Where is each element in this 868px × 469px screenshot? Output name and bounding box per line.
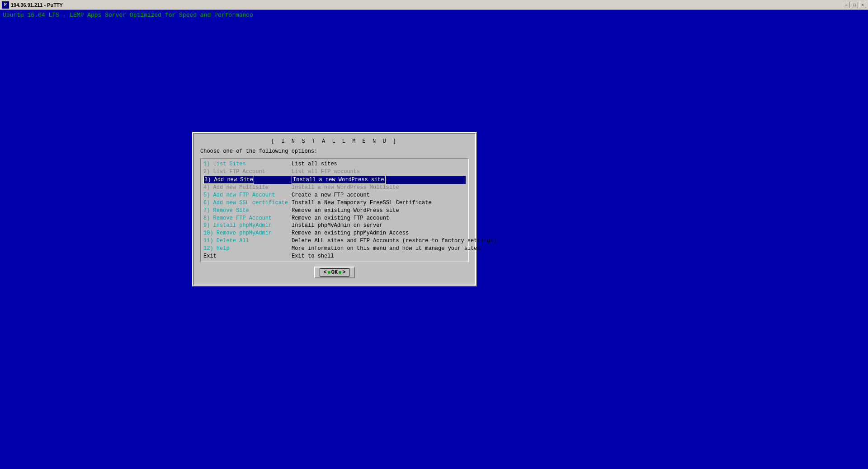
menu-item-1-desc: List all sites bbox=[292, 160, 466, 168]
menu-item-8-desc: Remove an existing FTP account bbox=[292, 215, 466, 222]
window-controls: − □ × bbox=[843, 2, 866, 8]
menu-item-6-label: 6) Add new SSL certificate bbox=[203, 199, 292, 207]
menu-item-2-desc: List all FTP accounts bbox=[292, 168, 466, 176]
title-bar: P 194.36.91.211 - PuTTY − □ × bbox=[0, 0, 868, 10]
ok-label: OK bbox=[331, 269, 338, 276]
menu-item-9[interactable]: 9) Install phpMyAdmin Install phpMyAdmin… bbox=[203, 222, 466, 230]
menu-item-2[interactable]: 2) List FTP Account List all FTP account… bbox=[203, 168, 466, 176]
menu-item-12-label: 12) Help bbox=[203, 245, 292, 253]
menu-item-5-desc: Create a new FTP account bbox=[292, 192, 466, 199]
menu-item-6-desc: Install a New Temporary FreeSSL Certific… bbox=[292, 199, 466, 207]
dialog-footer: < OK > bbox=[200, 267, 469, 278]
menu-item-9-desc: Install phpMyAdmin on server bbox=[292, 222, 466, 230]
menu-item-10-desc: Remove an existing phpMyAdmin Access bbox=[292, 230, 466, 237]
menu-item-exit-label: Exit bbox=[203, 253, 292, 260]
menu-item-3-desc-highlight: Install a new WordPress site bbox=[292, 176, 386, 184]
menu-item-exit-desc: Exit to shell bbox=[292, 253, 466, 260]
menu-item-11[interactable]: 11) Delete All Delete ALL sites and FTP … bbox=[203, 237, 466, 245]
menu-item-4-label: 4) Add new Multisite bbox=[203, 184, 292, 192]
menu-item-1[interactable]: 1) List Sites List all sites bbox=[203, 160, 466, 168]
close-button[interactable]: × bbox=[859, 2, 866, 8]
menu-item-2-label: 2) List FTP Account bbox=[203, 168, 292, 176]
menu-item-4-desc: Install a new WordPress Multisite bbox=[292, 184, 466, 192]
menu-item-7-label: 7) Remove Site bbox=[203, 207, 292, 215]
menu-item-8-label: 8) Remove FTP Account bbox=[203, 215, 292, 222]
menu-item-3-label: 3) Add new Site bbox=[203, 176, 292, 184]
menu-item-11-desc: Delete ALL sites and FTP Accounts (resto… bbox=[292, 237, 497, 245]
menu-item-8[interactable]: 8) Remove FTP Account Remove an existing… bbox=[203, 215, 466, 222]
title-bar-left: P 194.36.91.211 - PuTTY bbox=[2, 1, 63, 9]
menu-item-12[interactable]: 12) Help More information on this menu a… bbox=[203, 245, 466, 253]
dialog-title: [ I N S T A L L M E N U ] bbox=[200, 138, 469, 145]
menu-item-5[interactable]: 5) Add new FTP Account Create a new FTP … bbox=[203, 192, 466, 199]
putty-icon: P bbox=[2, 1, 9, 9]
menu-item-3-desc: Install a new WordPress site bbox=[292, 176, 466, 184]
menu-item-exit[interactable]: Exit Exit to shell bbox=[203, 253, 466, 260]
menu-item-11-label: 11) Delete All bbox=[203, 237, 292, 245]
menu-item-5-label: 5) Add new FTP Account bbox=[203, 192, 292, 199]
menu-item-10[interactable]: 10) Remove phpMyAdmin Remove an existing… bbox=[203, 230, 466, 237]
dialog-subtitle: Choose one of the following options: bbox=[200, 148, 469, 155]
minimize-button[interactable]: − bbox=[843, 2, 850, 8]
menu-item-7-desc: Remove an existing WordPress site bbox=[292, 207, 466, 215]
ok-arrow-right: > bbox=[342, 269, 345, 276]
ok-dot-2 bbox=[339, 271, 341, 274]
window-title: 194.36.91.211 - PuTTY bbox=[11, 2, 63, 8]
ok-button-inner: < OK > bbox=[320, 268, 350, 277]
dialog-inner: [ I N S T A L L M E N U ] Choose one of … bbox=[193, 133, 476, 286]
menu-item-4[interactable]: 4) Add new Multisite Install a new WordP… bbox=[203, 184, 466, 192]
menu-item-3-label-highlight: 3) Add new Site bbox=[203, 176, 254, 184]
install-menu-dialog: [ I N S T A L L M E N U ] Choose one of … bbox=[192, 132, 477, 286]
terminal-header: Ubuntu 16.04 LTS - LEMP Apps Server Opti… bbox=[3, 12, 865, 19]
menu-item-10-label: 10) Remove phpMyAdmin bbox=[203, 230, 292, 237]
terminal-body: Ubuntu 16.04 LTS - LEMP Apps Server Opti… bbox=[0, 10, 868, 469]
menu-item-7[interactable]: 7) Remove Site Remove an existing WordPr… bbox=[203, 207, 466, 215]
menu-item-3[interactable]: 3) Add new Site Install a new WordPress … bbox=[203, 176, 466, 184]
maximize-button[interactable]: □ bbox=[851, 2, 858, 8]
menu-item-9-label: 9) Install phpMyAdmin bbox=[203, 222, 292, 230]
ok-button[interactable]: < OK > bbox=[314, 267, 355, 278]
menu-item-6[interactable]: 6) Add new SSL certificate Install a New… bbox=[203, 199, 466, 207]
ok-dot bbox=[328, 271, 330, 274]
menu-item-1-label: 1) List Sites bbox=[203, 160, 292, 168]
menu-list: 1) List Sites List all sites 2) List FTP… bbox=[200, 158, 469, 262]
ok-arrow-left: < bbox=[324, 269, 327, 276]
menu-item-12-desc: More information on this menu and how it… bbox=[292, 245, 481, 253]
